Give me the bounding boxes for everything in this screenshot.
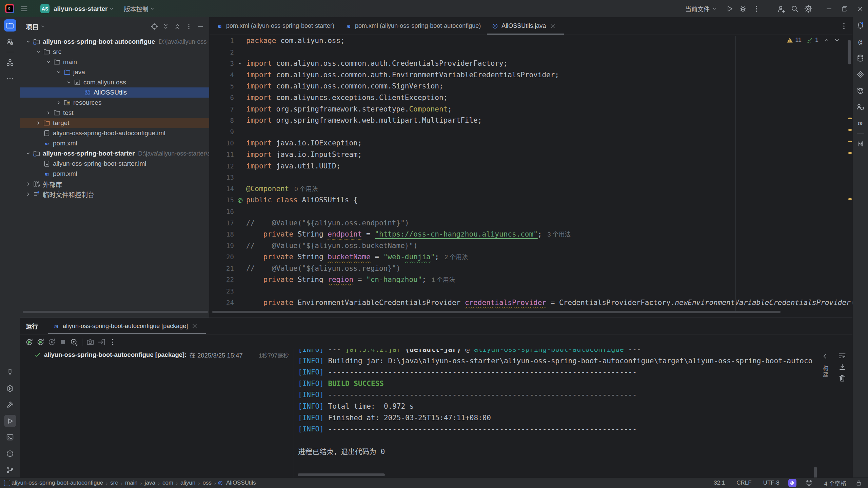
- code-line-3[interactable]: 3import com.aliyun.oss.common.auth.Crede…: [210, 58, 852, 69]
- code-line-9[interactable]: 9: [210, 126, 852, 138]
- filter-target-icon[interactable]: [70, 338, 79, 347]
- chevron-collapsed-icon[interactable]: [24, 180, 32, 188]
- stripe-terminal[interactable]: [4, 431, 16, 443]
- breadcrumb-item[interactable]: aliyun-oss-spring-boot-autoconfigue: [12, 480, 103, 486]
- expand-all-icon[interactable]: [162, 22, 170, 30]
- warning-stripe-mark[interactable]: [848, 118, 852, 119]
- breadcrumb-item[interactable]: aliyun: [180, 480, 195, 486]
- clear-trash-icon[interactable]: [838, 374, 847, 383]
- code-line-15[interactable]: 15public class AliOSSUtils {: [210, 195, 852, 206]
- stripe-git-branch[interactable]: [4, 464, 16, 476]
- code-line-22[interactable]: 22 private String region = "cn-hangzhou"…: [210, 274, 852, 286]
- code-line-13[interactable]: 13: [210, 172, 852, 183]
- stripe-structure[interactable]: [4, 56, 16, 68]
- console-hscrollbar[interactable]: [298, 473, 385, 476]
- chevron-expanded-icon[interactable]: [35, 48, 42, 56]
- settings-icon[interactable]: [804, 4, 813, 13]
- tree-item-aliyun-oss-spring-boot-starter[interactable]: aliyun-oss-spring-boot-starterD:\java\al…: [20, 148, 209, 159]
- stripe-ai-assistant[interactable]: @: [854, 36, 867, 48]
- console-vscrollbar[interactable]: [814, 467, 817, 478]
- code-line-14[interactable]: 14@Component0 个用法: [210, 183, 852, 195]
- stripe-maven-gray[interactable]: m: [854, 117, 867, 129]
- tabs-more-icon[interactable]: [840, 22, 848, 30]
- stripe-lingma[interactable]: [854, 68, 867, 80]
- panda-plugin-icon[interactable]: [805, 479, 813, 487]
- code-line-8[interactable]: 8import org.springframework.web.multipar…: [210, 115, 852, 126]
- stripe-services[interactable]: [4, 382, 16, 394]
- export-console-icon[interactable]: [97, 338, 106, 347]
- maximize-icon[interactable]: [837, 0, 852, 17]
- soft-wrap-icon[interactable]: [838, 351, 847, 360]
- collapsed-tab[interactable]: 构建: [821, 365, 829, 378]
- tree-item-aliyun-oss-spring-boot-starter.iml[interactable]: aliyun-oss-spring-boot-starter.iml: [20, 159, 209, 169]
- rerun-build-icon[interactable]: [36, 338, 45, 347]
- editor-tab-pom.xml (aliyun-oss-spring-boot-autoconfigue)[interactable]: mpom.xml (aliyun-oss-spring-boot-autocon…: [340, 17, 486, 35]
- run-config-chevron-icon[interactable]: [711, 5, 718, 12]
- project-tree-hscrollbar[interactable]: [23, 311, 208, 313]
- project-title-chevron-icon[interactable]: [39, 23, 46, 30]
- tree-item-src[interactable]: src: [20, 47, 209, 57]
- camera-icon[interactable]: [86, 338, 95, 347]
- minimize-icon[interactable]: [821, 0, 837, 17]
- warning-stripe-mark[interactable]: [848, 198, 852, 200]
- tree-item-target[interactable]: target: [20, 118, 209, 128]
- stripe-notifications-bell[interactable]: [854, 19, 867, 32]
- collapse-left-icon[interactable]: [821, 352, 829, 361]
- editor-vscrollbar[interactable]: [848, 40, 851, 64]
- run-console[interactable]: [INFO] --- jar:3.4.2:jar (default-jar) @…: [294, 349, 813, 478]
- stripe-more-horizontal[interactable]: [4, 73, 16, 85]
- code-line-19[interactable]: 19// @Value("${aliyun.oss.bucketName}"): [210, 240, 852, 252]
- scroll-to-end-icon[interactable]: [838, 363, 847, 371]
- indent-setting[interactable]: 4 个空格: [824, 479, 846, 487]
- search-icon[interactable]: [790, 4, 799, 13]
- tree-item-resources[interactable]: resources: [20, 98, 209, 108]
- stripe-build-hammer[interactable]: [4, 399, 16, 411]
- editor-tab-pom.xml (aliyun-oss-spring-boot-starter)[interactable]: mpom.xml (aliyun-oss-spring-boot-starter…: [211, 17, 340, 35]
- run-panel-title[interactable]: 运行: [26, 322, 38, 330]
- code-line-2[interactable]: 2: [210, 47, 852, 58]
- run-result-row[interactable]: aliyun-oss-spring-boot-autoconfigue [pac…: [20, 349, 294, 360]
- tree-item-临时文件和控制台[interactable]: 临时文件和控制台: [20, 189, 209, 199]
- warning-stripe-mark[interactable]: [848, 129, 852, 131]
- run-tab-close-icon[interactable]: [191, 323, 198, 329]
- chevron-expanded-icon[interactable]: [65, 79, 73, 86]
- cursor-position[interactable]: 32:1: [714, 480, 725, 486]
- editor-hscrollbar[interactable]: [212, 311, 781, 313]
- tree-item-main[interactable]: main: [20, 57, 209, 67]
- chevron-expanded-icon[interactable]: [55, 68, 62, 76]
- inspections-widget[interactable]: 11 1: [786, 37, 842, 44]
- more-vertical-icon[interactable]: [108, 338, 117, 347]
- close-icon[interactable]: [852, 0, 868, 17]
- tree-item-AliOSSUtils[interactable]: CAliOSSUtils: [20, 87, 209, 98]
- chevron-expanded-icon[interactable]: [24, 38, 32, 45]
- warning-stripe-mark[interactable]: [848, 141, 852, 142]
- editor-tab-AliOSSUtils.java[interactable]: CAliOSSUtils.java: [486, 17, 565, 35]
- chevron-expanded-icon[interactable]: [45, 58, 52, 66]
- code-line-10[interactable]: 10import java.io.IOException;: [210, 138, 852, 149]
- code-line-7[interactable]: 7import org.springframework.stereotype.C…: [210, 104, 852, 115]
- stripe-code-chat[interactable]: [854, 101, 867, 113]
- breadcrumb-item[interactable]: java: [145, 480, 155, 486]
- lock-open-icon[interactable]: [855, 479, 863, 487]
- code-line-18[interactable]: 18 private String endpoint = "https://os…: [210, 229, 852, 240]
- tree-item-com.aliyun.oss[interactable]: com.aliyun.oss: [20, 77, 209, 87]
- code-line-1[interactable]: 1package com.aliyun.oss;: [210, 35, 852, 47]
- tree-item-pom.xml[interactable]: mpom.xml: [20, 138, 209, 148]
- vcs-widget[interactable]: 版本控制: [124, 4, 148, 13]
- breadcrumb-item[interactable]: AliOSSUtils: [226, 480, 256, 486]
- stripe-problems[interactable]: [4, 447, 16, 460]
- locate-icon[interactable]: [150, 22, 158, 30]
- user-add-icon[interactable]: [777, 4, 786, 13]
- project-panel-title[interactable]: 项目: [26, 22, 39, 31]
- run-tab[interactable]: m aliyun-oss-spring-boot-autoconfigue [p…: [48, 318, 206, 334]
- code-line-5[interactable]: 5import com.aliyun.oss.common.comm.SignV…: [210, 81, 852, 92]
- code-line-21[interactable]: 21// @Value("${aliyun.oss.region}"): [210, 263, 852, 274]
- stripe-project-folder[interactable]: [4, 19, 16, 32]
- breadcrumb-item[interactable]: com: [162, 480, 173, 486]
- file-encoding[interactable]: UTF-8: [763, 480, 780, 486]
- minimize-icon[interactable]: [196, 22, 204, 30]
- breadcrumb-item[interactable]: main: [125, 480, 138, 486]
- run-config-selector[interactable]: 当前文件: [685, 4, 710, 13]
- code-editor[interactable]: 1package com.aliyun.oss;23import com.ali…: [210, 35, 852, 318]
- chevron-collapsed-icon[interactable]: [55, 99, 62, 106]
